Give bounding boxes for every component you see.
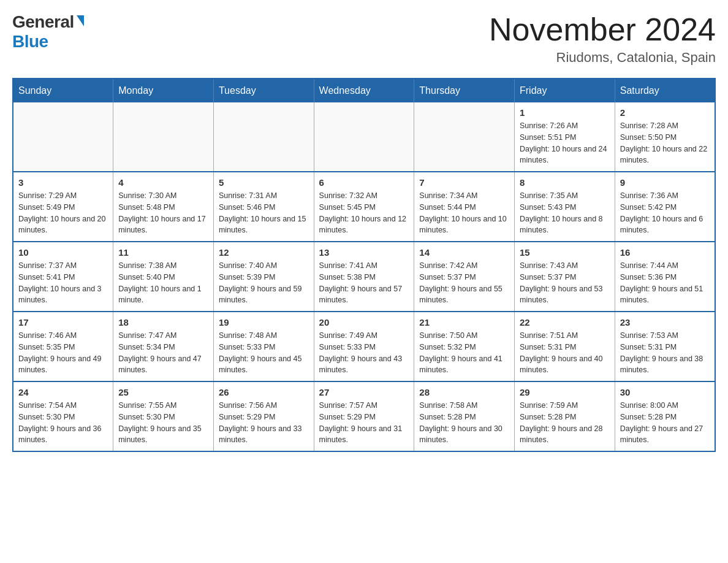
table-row: 17Sunrise: 7:46 AM Sunset: 5:35 PM Dayli… (13, 312, 113, 381)
table-row: 21Sunrise: 7:50 AM Sunset: 5:32 PM Dayli… (414, 312, 515, 381)
table-row: 29Sunrise: 7:59 AM Sunset: 5:28 PM Dayli… (515, 381, 615, 451)
day-number: 10 (18, 247, 108, 258)
table-row: 1Sunrise: 7:26 AM Sunset: 5:51 PM Daylig… (515, 102, 615, 172)
day-info: Sunrise: 7:54 AM Sunset: 5:30 PM Dayligh… (18, 400, 108, 446)
day-info: Sunrise: 7:42 AM Sunset: 5:37 PM Dayligh… (419, 260, 509, 306)
day-info: Sunrise: 7:56 AM Sunset: 5:29 PM Dayligh… (219, 400, 309, 446)
table-row: 26Sunrise: 7:56 AM Sunset: 5:29 PM Dayli… (213, 381, 314, 451)
table-row: 19Sunrise: 7:48 AM Sunset: 5:33 PM Dayli… (213, 312, 314, 381)
header-wednesday: Wednesday (314, 79, 414, 102)
header-thursday: Thursday (414, 79, 515, 102)
table-row: 18Sunrise: 7:47 AM Sunset: 5:34 PM Dayli… (113, 312, 214, 381)
day-number: 9 (620, 177, 710, 188)
day-info: Sunrise: 7:53 AM Sunset: 5:31 PM Dayligh… (620, 330, 710, 376)
logo-triangle-icon (77, 15, 84, 26)
day-info: Sunrise: 7:49 AM Sunset: 5:33 PM Dayligh… (319, 330, 409, 376)
day-number: 25 (118, 387, 208, 397)
table-row: 7Sunrise: 7:34 AM Sunset: 5:44 PM Daylig… (414, 172, 515, 242)
day-info: Sunrise: 7:51 AM Sunset: 5:31 PM Dayligh… (520, 330, 610, 376)
table-row: 22Sunrise: 7:51 AM Sunset: 5:31 PM Dayli… (515, 312, 615, 381)
day-number: 14 (419, 247, 509, 258)
day-number: 30 (620, 387, 710, 397)
day-info: Sunrise: 7:32 AM Sunset: 5:45 PM Dayligh… (319, 190, 409, 236)
day-number: 16 (620, 247, 710, 258)
table-row: 6Sunrise: 7:32 AM Sunset: 5:45 PM Daylig… (314, 172, 414, 242)
day-number: 22 (520, 317, 610, 327)
day-number: 24 (18, 387, 108, 397)
day-number: 1 (520, 107, 610, 118)
logo: General Blue (12, 12, 84, 52)
day-info: Sunrise: 7:46 AM Sunset: 5:35 PM Dayligh… (18, 330, 108, 376)
day-info: Sunrise: 8:00 AM Sunset: 5:28 PM Dayligh… (620, 400, 710, 446)
day-info: Sunrise: 7:35 AM Sunset: 5:43 PM Dayligh… (520, 190, 610, 236)
table-row (113, 102, 214, 172)
day-number: 28 (419, 387, 509, 397)
day-number: 27 (319, 387, 409, 397)
table-row (213, 102, 314, 172)
table-row: 2Sunrise: 7:28 AM Sunset: 5:50 PM Daylig… (615, 102, 715, 172)
day-info: Sunrise: 7:48 AM Sunset: 5:33 PM Dayligh… (219, 330, 309, 376)
day-number: 29 (520, 387, 610, 397)
day-info: Sunrise: 7:58 AM Sunset: 5:28 PM Dayligh… (419, 400, 509, 446)
table-row: 28Sunrise: 7:58 AM Sunset: 5:28 PM Dayli… (414, 381, 515, 451)
day-info: Sunrise: 7:57 AM Sunset: 5:29 PM Dayligh… (319, 400, 409, 446)
day-info: Sunrise: 7:50 AM Sunset: 5:32 PM Dayligh… (419, 330, 509, 376)
day-info: Sunrise: 7:31 AM Sunset: 5:46 PM Dayligh… (219, 190, 309, 236)
title-section: November 2024 Riudoms, Catalonia, Spain (489, 12, 716, 66)
day-info: Sunrise: 7:43 AM Sunset: 5:37 PM Dayligh… (520, 260, 610, 306)
table-row: 20Sunrise: 7:49 AM Sunset: 5:33 PM Dayli… (314, 312, 414, 381)
day-number: 26 (219, 387, 309, 397)
table-row: 5Sunrise: 7:31 AM Sunset: 5:46 PM Daylig… (213, 172, 314, 242)
day-number: 12 (219, 247, 309, 258)
day-number: 21 (419, 317, 509, 327)
day-number: 15 (520, 247, 610, 258)
day-number: 13 (319, 247, 409, 258)
day-info: Sunrise: 7:44 AM Sunset: 5:36 PM Dayligh… (620, 260, 710, 306)
day-info: Sunrise: 7:47 AM Sunset: 5:34 PM Dayligh… (118, 330, 208, 376)
day-info: Sunrise: 7:30 AM Sunset: 5:48 PM Dayligh… (118, 190, 208, 236)
day-info: Sunrise: 7:37 AM Sunset: 5:41 PM Dayligh… (18, 260, 108, 306)
table-row: 16Sunrise: 7:44 AM Sunset: 5:36 PM Dayli… (615, 242, 715, 312)
calendar-table: Sunday Monday Tuesday Wednesday Thursday… (12, 78, 716, 452)
table-row: 30Sunrise: 8:00 AM Sunset: 5:28 PM Dayli… (615, 381, 715, 451)
header-friday: Friday (515, 79, 615, 102)
table-row: 11Sunrise: 7:38 AM Sunset: 5:40 PM Dayli… (113, 242, 214, 312)
day-number: 19 (219, 317, 309, 327)
table-row: 10Sunrise: 7:37 AM Sunset: 5:41 PM Dayli… (13, 242, 113, 312)
day-info: Sunrise: 7:59 AM Sunset: 5:28 PM Dayligh… (520, 400, 610, 446)
day-info: Sunrise: 7:38 AM Sunset: 5:40 PM Dayligh… (118, 260, 208, 306)
table-row: 25Sunrise: 7:55 AM Sunset: 5:30 PM Dayli… (113, 381, 214, 451)
day-number: 5 (219, 177, 309, 188)
logo-blue: Blue (12, 32, 48, 52)
header-tuesday: Tuesday (213, 79, 314, 102)
calendar-week-row: 17Sunrise: 7:46 AM Sunset: 5:35 PM Dayli… (13, 312, 715, 381)
day-info: Sunrise: 7:36 AM Sunset: 5:42 PM Dayligh… (620, 190, 710, 236)
table-row: 14Sunrise: 7:42 AM Sunset: 5:37 PM Dayli… (414, 242, 515, 312)
header-monday: Monday (113, 79, 214, 102)
table-row: 27Sunrise: 7:57 AM Sunset: 5:29 PM Dayli… (314, 381, 414, 451)
header-saturday: Saturday (615, 79, 715, 102)
day-number: 23 (620, 317, 710, 327)
logo-general: General (12, 12, 74, 32)
page-header: General Blue November 2024 Riudoms, Cata… (12, 12, 716, 66)
day-number: 8 (520, 177, 610, 188)
table-row: 3Sunrise: 7:29 AM Sunset: 5:49 PM Daylig… (13, 172, 113, 242)
calendar-header-row: Sunday Monday Tuesday Wednesday Thursday… (13, 79, 715, 102)
day-number: 18 (118, 317, 208, 327)
calendar-week-row: 10Sunrise: 7:37 AM Sunset: 5:41 PM Dayli… (13, 242, 715, 312)
day-info: Sunrise: 7:55 AM Sunset: 5:30 PM Dayligh… (118, 400, 208, 446)
day-info: Sunrise: 7:41 AM Sunset: 5:38 PM Dayligh… (319, 260, 409, 306)
table-row: 4Sunrise: 7:30 AM Sunset: 5:48 PM Daylig… (113, 172, 214, 242)
day-number: 11 (118, 247, 208, 258)
day-info: Sunrise: 7:26 AM Sunset: 5:51 PM Dayligh… (520, 120, 610, 166)
day-number: 7 (419, 177, 509, 188)
table-row: 13Sunrise: 7:41 AM Sunset: 5:38 PM Dayli… (314, 242, 414, 312)
day-number: 4 (118, 177, 208, 188)
calendar-week-row: 24Sunrise: 7:54 AM Sunset: 5:30 PM Dayli… (13, 381, 715, 451)
header-sunday: Sunday (13, 79, 113, 102)
month-title: November 2024 (489, 12, 716, 47)
day-info: Sunrise: 7:40 AM Sunset: 5:39 PM Dayligh… (219, 260, 309, 306)
table-row (414, 102, 515, 172)
calendar-week-row: 1Sunrise: 7:26 AM Sunset: 5:51 PM Daylig… (13, 102, 715, 172)
day-number: 20 (319, 317, 409, 327)
